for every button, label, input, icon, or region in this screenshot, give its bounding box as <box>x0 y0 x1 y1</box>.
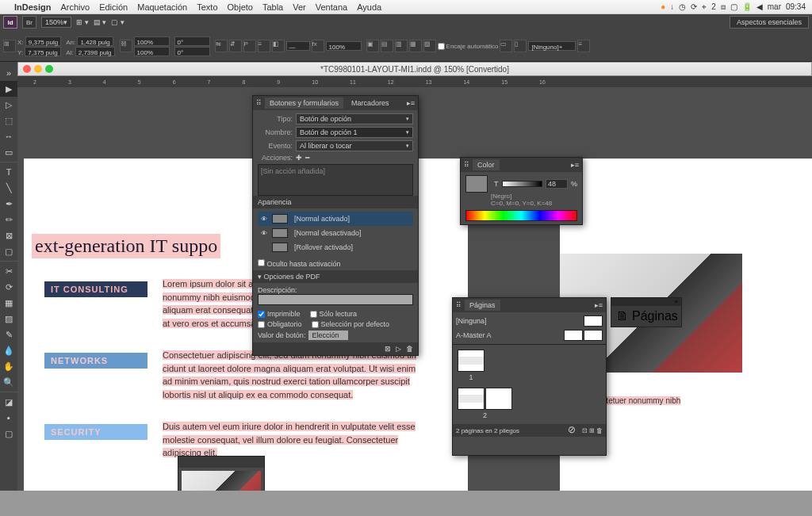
pen-tool[interactable]: ✒ <box>0 196 17 212</box>
actions-list[interactable]: [Sin acción añadida] <box>258 164 413 196</box>
tag-consulting[interactable]: IT CONSULTING <box>44 281 147 297</box>
valor-field[interactable]: Elección <box>308 331 348 340</box>
encaje-checkbox[interactable]: Encaje automático <box>438 43 499 50</box>
sound-icon[interactable]: ◀ <box>756 2 763 11</box>
bridge-icon[interactable]: Br <box>22 16 36 29</box>
page-thumb-1[interactable] <box>458 350 485 372</box>
page-tool[interactable]: ⬚ <box>0 113 17 128</box>
eye-icon[interactable]: 👁 <box>261 216 272 223</box>
headline-text[interactable]: ext-generation IT suppo <box>32 234 220 258</box>
align-icon[interactable]: ▭ <box>500 40 512 52</box>
pencil-tool[interactable]: ✏ <box>0 212 17 227</box>
pathfinder-icon[interactable]: P <box>243 40 256 52</box>
panel-menu-icon[interactable]: ▸≡ <box>571 161 579 169</box>
tools-expand-icon[interactable]: » <box>0 65 17 81</box>
panel-color[interactable]: ⠿ Color ▸≡ T 48 % [Negro] C=0, M=0, Y=0,… <box>460 157 583 225</box>
floating-preview-chrome[interactable] <box>178 457 264 468</box>
imprimible-checkbox[interactable]: Imprimible <box>258 310 301 318</box>
solo-lectura-checkbox[interactable]: Sólo lectura <box>310 310 358 318</box>
obligatorio-checkbox[interactable]: Obligatorio <box>258 320 302 328</box>
scale-y-field[interactable]: 100% <box>134 47 170 56</box>
panel-pages[interactable]: ⠿ Páginas ▸≡ [Ninguna] A-Master A 1 2 ⊘ … <box>452 297 607 456</box>
dock-collapse-icon[interactable]: » <box>611 298 681 306</box>
eye-icon[interactable]: 👁 <box>261 230 272 237</box>
page-thumb-2[interactable] <box>458 388 485 410</box>
x-field[interactable]: 9,375 pulg <box>25 36 61 46</box>
status-cloud-icon[interactable]: ⌖ <box>702 2 707 12</box>
opacity-field[interactable]: 100% <box>326 41 362 51</box>
tab-paginas[interactable]: Páginas <box>465 300 500 311</box>
height-field[interactable]: 2,7398 pulg <box>75 47 115 56</box>
tag-security[interactable]: SECURITY <box>44 424 147 440</box>
fill-stroke-icon[interactable]: ◪ <box>0 394 17 410</box>
panel-menu-icon[interactable]: ▸≡ <box>595 301 603 309</box>
tipo-dropdown[interactable]: Botón de opción <box>296 113 413 124</box>
spread-1[interactable]: 1 <box>458 350 485 381</box>
clock-day[interactable]: mar <box>768 2 781 11</box>
fit-prop-icon[interactable]: ▧ <box>423 40 436 52</box>
stroke-field[interactable]: ― <box>286 41 310 51</box>
toolbar-nav-icon[interactable]: ⊞ ▾ <box>76 18 89 26</box>
status-alert-icon[interactable]: ● <box>661 2 665 11</box>
tab-color[interactable]: Color <box>473 159 500 170</box>
add-action-icon[interactable]: ✚ <box>296 154 302 162</box>
dock-paginas[interactable]: 🗎Páginas <box>611 306 681 327</box>
distribute-icon[interactable]: ▯ <box>514 40 527 52</box>
tab-marcadores[interactable]: Marcadores <box>347 97 394 109</box>
status-clock-icon[interactable]: ◷ <box>679 2 686 11</box>
oculto-checkbox[interactable]: Oculto hasta activación <box>258 259 341 268</box>
paragraph-3[interactable]: Duis autem vel eum iriure dolor in hendr… <box>163 420 416 460</box>
app-name[interactable]: InDesign <box>14 2 51 12</box>
clock-time[interactable]: 09:34 <box>786 2 806 11</box>
fill-stroke-swatch[interactable] <box>465 175 488 193</box>
panel-grip-icon[interactable]: ⠿ <box>256 99 262 107</box>
corner-icon[interactable]: ◧ <box>272 40 285 52</box>
toolbar-view-icon[interactable]: ▤ ▾ <box>94 18 107 26</box>
type-tool[interactable]: T <box>0 164 17 180</box>
menu-edicion[interactable]: Edición <box>99 2 128 12</box>
status-icon[interactable]: ↓ <box>670 2 674 11</box>
zoom-tool[interactable]: 🔍 <box>0 374 17 390</box>
eyedropper-tool[interactable]: 💧 <box>0 342 17 358</box>
direct-selection-tool[interactable]: ▷ <box>0 97 17 113</box>
style-dropdown[interactable]: [Ninguno]+ <box>528 41 576 51</box>
spectrum-picker[interactable] <box>465 210 577 221</box>
scissors-tool[interactable]: ✂ <box>0 263 17 279</box>
menu-ver[interactable]: Ver <box>293 2 306 12</box>
flip-h-icon[interactable]: ⇋ <box>215 40 228 52</box>
new-page-icon[interactable]: ⊞ <box>589 427 595 434</box>
zoom-dropdown[interactable]: 150% ▾ <box>41 17 71 28</box>
menu-ventana[interactable]: Ventana <box>316 2 347 12</box>
fit-frame-icon[interactable]: ▤ <box>381 40 393 52</box>
toolbar-screen-icon[interactable]: ▢ ▾ <box>111 18 124 26</box>
gradient-swatch-tool[interactable]: ▦ <box>0 295 17 311</box>
paragraph-2[interactable]: Consectetuer adipiscing elit, sed diam n… <box>163 349 416 401</box>
tab-botones[interactable]: Botones y formularios <box>265 97 343 109</box>
rectangle-frame-tool[interactable]: ⊠ <box>0 227 17 243</box>
menu-objeto[interactable]: Objeto <box>228 2 253 12</box>
fill-frame-icon[interactable]: ▥ <box>395 40 408 52</box>
tint-value[interactable]: 48 <box>546 179 568 189</box>
selection-tool[interactable]: ▶ <box>0 81 17 97</box>
apply-color-icon[interactable]: ▪ <box>0 410 17 426</box>
status-sync-icon[interactable]: ⟳ <box>691 2 697 11</box>
preview-icon[interactable]: ▷ <box>396 345 401 353</box>
nombre-field[interactable]: Botón de opción 1 <box>296 127 413 138</box>
y-field[interactable]: 7,375 pulg <box>25 47 60 56</box>
pdf-options-header[interactable]: ▾ Opciones de PDF <box>253 270 418 283</box>
link-icon[interactable]: ⛓ <box>120 40 132 52</box>
free-transform-tool[interactable]: ⟳ <box>0 279 17 295</box>
page-thumb-2b[interactable] <box>485 388 512 410</box>
fit-content-icon[interactable]: ▣ <box>366 40 379 52</box>
panel-grip-icon[interactable]: ⠿ <box>456 301 462 309</box>
state-normal-on[interactable]: 👁[Normal activado] <box>258 212 413 226</box>
content-collector-tool[interactable]: ▭ <box>0 144 17 160</box>
options-icon[interactable]: ≡ <box>577 40 590 52</box>
horizontal-ruler[interactable]: 2345678910111213141516 <box>17 76 812 87</box>
delete-page-icon[interactable]: 🗑 <box>596 427 603 434</box>
state-normal-off[interactable]: 👁[Normal desactivado] <box>258 226 413 240</box>
gradient-feather-tool[interactable]: ▨ <box>0 311 17 327</box>
line-tool[interactable]: ╲ <box>0 180 17 196</box>
panel-grip-icon[interactable]: ⠿ <box>464 161 469 169</box>
gap-tool[interactable]: ↔ <box>0 128 17 144</box>
